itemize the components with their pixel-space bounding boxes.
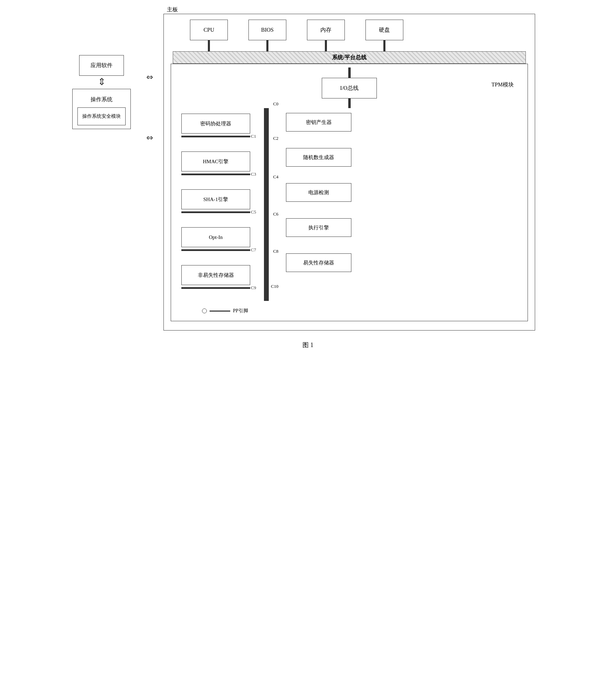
center-bus: C0 C2 C4 C6 C8 C10 — [264, 108, 269, 301]
comp-power: 电源检测 — [286, 176, 369, 202]
chips-row: CPU BIOS 内存 — [190, 20, 529, 51]
pp-label: PP引脚 — [233, 308, 248, 314]
mainboard-container: 主板 CPU BIOS — [163, 14, 528, 331]
hmac-box: HMAC引擎 — [181, 151, 250, 171]
vmem-label: 易失性存储器 — [303, 260, 334, 266]
app-software-label: 应用软件 — [91, 62, 113, 69]
tpm-content: 密码协处理器 C1 HMAC引擎 — [174, 108, 524, 301]
arrow-v-1: ⇕ — [98, 77, 106, 87]
rng-label: 随机数生成器 — [303, 154, 334, 161]
diagram-wrapper: 应用软件 ⇕ 操作系统 操作系统安全模块 ⇔ ⇔ 主板 — [67, 14, 549, 331]
comp-hmac: HMAC引擎 C3 — [181, 146, 264, 177]
left-panel: 应用软件 ⇕ 操作系统 操作系统安全模块 — [67, 55, 136, 129]
bios-label: BIOS — [261, 27, 274, 33]
comp-keygen: 密钥产生器 — [286, 112, 369, 132]
cpu-box: CPU — [190, 20, 228, 40]
vmem-box: 易失性存储器 — [286, 253, 351, 272]
mainboard: CPU BIOS 内存 — [163, 14, 535, 331]
comp-rng: 随机数生成器 — [286, 140, 369, 167]
os-security-box: 操作系统安全模块 — [77, 107, 126, 125]
c6-bus-label: C6 — [273, 211, 278, 217]
rng-box: 随机数生成器 — [286, 148, 351, 167]
power-box: 电源检测 — [286, 183, 351, 202]
crypto-connector-row: C1 — [181, 134, 264, 139]
os-security-label: 操作系统安全模块 — [82, 113, 121, 119]
sys-to-io-connector — [348, 67, 351, 78]
mainboard-label: 主板 — [167, 6, 178, 13]
pp-circle — [202, 308, 207, 313]
io-bus-label: I/O总线 — [340, 85, 358, 92]
pp-area: PP引脚 — [202, 308, 524, 314]
comp-crypto: 密码协处理器 C1 — [181, 108, 264, 139]
c1-label: C1 — [251, 134, 256, 139]
comp-exec: 执行引擎 — [286, 211, 369, 237]
cpu-connector — [208, 40, 210, 51]
crypto-box: 密码协处理器 — [181, 114, 250, 134]
comp-sha: SHA-1引擎 C5 — [181, 184, 264, 215]
c10-bus-label: C10 — [271, 284, 278, 289]
nvmem-label: 非易失性存储器 — [198, 272, 234, 279]
chip-col-bios: BIOS — [248, 20, 286, 51]
c7-label: C7 — [251, 247, 256, 253]
system-bus: 系统/平台总线 — [173, 51, 526, 64]
hmac-h-line — [181, 174, 250, 175]
c5-label: C5 — [251, 209, 256, 215]
exec-box: 执行引擎 — [286, 218, 351, 237]
mem-box: 内存 — [307, 20, 345, 40]
figure-caption: 图 1 — [302, 341, 314, 349]
c0-label: C0 — [273, 101, 278, 107]
system-bus-label: 系统/平台总线 — [332, 54, 367, 61]
comp-vmem: 易失性存储器 — [286, 246, 369, 272]
optin-connector-row: C7 — [181, 247, 264, 253]
crypto-h-line — [181, 136, 250, 137]
comp-optin: Opt-In C7 — [181, 222, 264, 253]
comp-nvmem: 非易失性存储器 C9 — [181, 260, 264, 291]
io-to-bus-connector — [348, 98, 351, 108]
sha-connector-row: C5 — [181, 209, 264, 215]
io-bus-container: I/O总线 — [174, 78, 524, 98]
chip-col-mem: 内存 — [307, 20, 345, 51]
mem-connector — [325, 40, 327, 51]
sha-label: SHA-1引擎 — [203, 196, 229, 203]
sha-box: SHA-1引擎 — [181, 189, 250, 209]
chips-section: CPU BIOS 内存 — [169, 20, 529, 64]
cpu-label: CPU — [203, 27, 214, 33]
nvmem-h-line — [181, 287, 250, 289]
hdd-label: 硬盘 — [379, 27, 390, 34]
optin-box: Opt-In — [181, 227, 250, 247]
c4-bus-label: C4 — [273, 174, 278, 180]
crypto-label: 密码协处理器 — [200, 121, 231, 127]
c2-bus-label: C2 — [273, 136, 278, 141]
hdd-connector — [383, 40, 385, 51]
chip-col-cpu: CPU — [190, 20, 228, 51]
keygen-box: 密钥产生器 — [286, 113, 351, 132]
inner-board: I/O总线 TPM模块 密码协处理器 — [171, 64, 528, 321]
h-arrows-panel: ⇔ ⇔ — [136, 72, 163, 143]
io-bus-box: I/O总线 — [322, 78, 377, 98]
c3-label: C3 — [251, 171, 256, 177]
optin-h-line — [181, 249, 250, 251]
hmac-label: HMAC引擎 — [203, 158, 229, 165]
power-label: 电源检测 — [308, 189, 329, 196]
right-components: 密钥产生器 随机数生成器 电源检测 — [286, 108, 369, 272]
exec-label: 执行引擎 — [308, 224, 329, 231]
chip-col-hdd: 硬盘 — [365, 20, 403, 51]
hdd-box: 硬盘 — [365, 20, 403, 40]
app-software-box: 应用软件 — [79, 55, 124, 76]
keygen-label: 密钥产生器 — [306, 119, 332, 126]
io-bus-row: I/O总线 TPM模块 — [174, 78, 524, 98]
h-arrow-top: ⇔ — [146, 72, 153, 82]
tpm-label: TPM模块 — [491, 81, 514, 88]
pp-line — [210, 311, 230, 312]
os-outer-box: 操作系统 操作系统安全模块 — [72, 89, 131, 129]
sha-h-line — [181, 211, 250, 213]
nvmem-box: 非易失性存储器 — [181, 265, 250, 285]
c8-bus-label: C8 — [273, 249, 278, 254]
os-label: 操作系统 — [91, 93, 113, 105]
hmac-connector-row: C3 — [181, 171, 264, 177]
c9-label: C9 — [251, 285, 256, 291]
bios-box: BIOS — [248, 20, 286, 40]
h-arrow-bottom: ⇔ — [146, 133, 153, 143]
mem-label: 内存 — [320, 27, 331, 34]
optin-label: Opt-In — [209, 234, 223, 240]
